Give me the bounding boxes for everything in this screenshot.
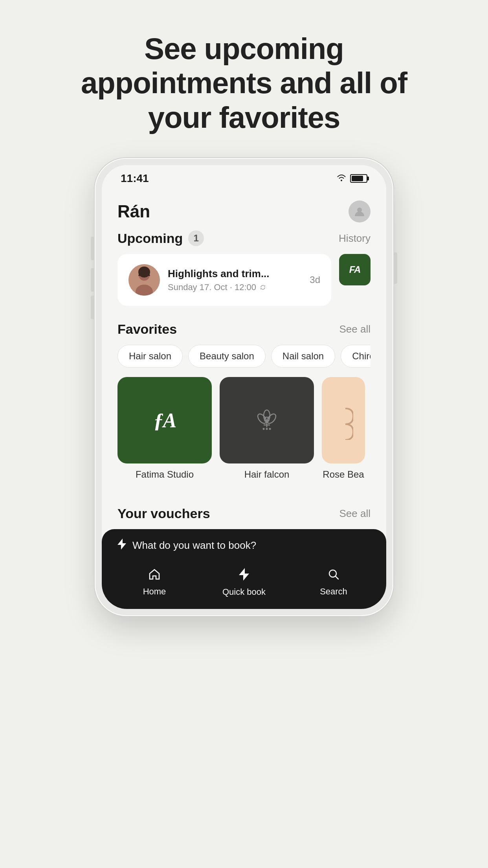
quick-book-text: What do you want to book? (132, 539, 256, 552)
svg-point-7 (266, 412, 277, 425)
favorites-title: Favorites (117, 322, 177, 337)
vouchers-see-all[interactable]: See all (339, 508, 371, 520)
app-header: Rán (117, 197, 371, 230)
nav-item-home[interactable]: Home (110, 568, 199, 597)
upcoming-badge: 1 (188, 230, 204, 246)
chip-beauty-salon[interactable]: Beauty salon (188, 345, 266, 368)
fav-card-falcon[interactable] (220, 377, 314, 463)
profile-avatar[interactable] (349, 200, 371, 223)
battery-fill (352, 176, 363, 181)
svg-point-6 (256, 412, 268, 425)
appointments-row: Highlights and trim... Sunday 17. Oct · … (117, 254, 371, 306)
vouchers-header: Your vouchers See all (117, 506, 371, 521)
fatima-logo: ƒA (154, 409, 176, 432)
filter-chips: Hair salon Beauty salon Nail salon Chiro… (117, 345, 371, 368)
phone-shell: 11:41 Rán (95, 158, 393, 616)
appointment-time: Sunday 17. Oct · 12:00 (168, 282, 302, 292)
favorites-row: ƒA Fatima Studio (117, 377, 371, 480)
falcon-logo-svg (251, 405, 283, 436)
fav-item-fatima: ƒA Fatima Studio (117, 377, 212, 480)
phone-screen: 11:41 Rán (102, 165, 386, 609)
favorites-section: Favorites See all Hair salon Beauty salo… (117, 322, 371, 480)
chip-hair-salon[interactable]: Hair salon (117, 345, 183, 368)
appointment-days-away: 3d (310, 274, 320, 285)
quick-book-bar[interactable]: What do you want to book? (102, 529, 386, 562)
appointment-name: Highlights and trim... (168, 268, 302, 280)
nav-label-home: Home (143, 587, 166, 597)
status-bar: 11:41 (102, 165, 386, 189)
fav-card-rose[interactable] (322, 377, 365, 463)
quickbook-icon (239, 568, 249, 584)
search-icon (328, 568, 339, 583)
status-icons (337, 173, 367, 184)
upcoming-title: Upcoming 1 (117, 230, 204, 246)
nav-item-search[interactable]: Search (289, 568, 378, 597)
app-title: Rán (117, 202, 150, 221)
quick-book-lightning-icon (117, 539, 126, 552)
svg-point-12 (266, 428, 268, 430)
recurring-icon (259, 284, 266, 291)
hero-title: See upcoming appointments and all of you… (0, 0, 488, 158)
upcoming-header: Upcoming 1 History (117, 230, 371, 246)
wifi-icon (337, 173, 346, 184)
fav-label-falcon: Hair falcon (220, 469, 314, 480)
appointment-avatar (128, 264, 160, 296)
vouchers-title: Your vouchers (117, 506, 210, 521)
svg-line-15 (336, 576, 338, 579)
svg-point-11 (263, 428, 265, 430)
chip-chiropract[interactable]: Chiropract (341, 345, 371, 368)
fav-item-falcon: Hair falcon (220, 377, 314, 480)
status-time: 11:41 (121, 172, 149, 185)
svg-point-13 (269, 428, 271, 430)
nav-label-quickbook: Quick book (222, 587, 266, 597)
battery-icon (350, 174, 367, 183)
nav-item-quickbook[interactable]: Quick book (199, 568, 289, 597)
vouchers-section: Your vouchers See all (117, 492, 371, 521)
chip-nail-salon[interactable]: Nail salon (271, 345, 335, 368)
bottom-nav: Home Quick book Search (102, 562, 386, 609)
nav-label-search: Search (320, 587, 347, 597)
fav-label-fatima: Fatima Studio (117, 469, 212, 480)
appointment-card[interactable]: Highlights and trim... Sunday 17. Oct · … (117, 254, 331, 306)
quick-book-inner: What do you want to book? (117, 539, 371, 552)
appointment-info: Highlights and trim... Sunday 17. Oct · … (168, 268, 302, 292)
fa-card-upcoming[interactable]: FA (339, 254, 371, 285)
home-icon (149, 568, 160, 583)
fav-card-fatima[interactable]: ƒA (117, 377, 212, 463)
fav-label-rose: Rose Bea (322, 469, 365, 480)
rose-logo-svg (334, 401, 353, 440)
fav-item-rose: Rose Bea (322, 377, 365, 480)
app-content: Rán Upcoming 1 History (102, 189, 386, 562)
favorites-header: Favorites See all (117, 322, 371, 337)
upcoming-section: Upcoming 1 History (117, 230, 371, 306)
history-link[interactable]: History (339, 232, 371, 245)
favorites-see-all[interactable]: See all (339, 323, 371, 335)
